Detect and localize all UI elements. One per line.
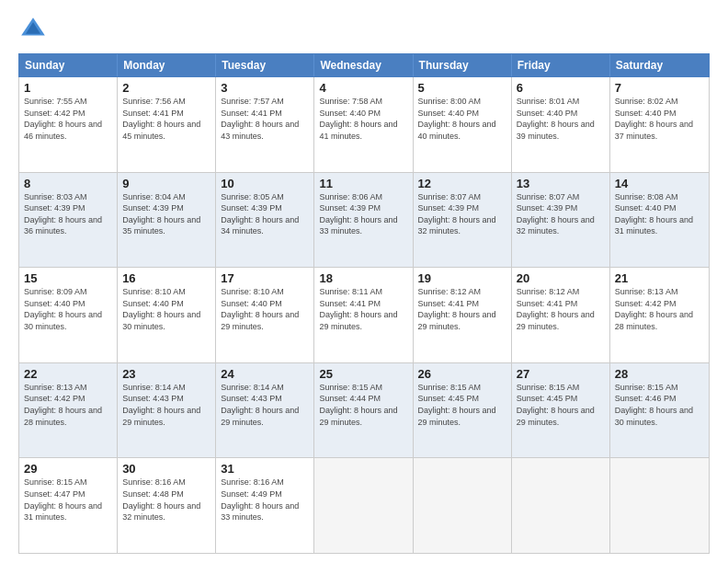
calendar-cell: 19 Sunrise: 8:12 AMSunset: 4:41 PMDaylig… xyxy=(414,268,512,362)
calendar-cell: 13 Sunrise: 8:07 AMSunset: 4:39 PMDaylig… xyxy=(512,173,610,268)
cell-info: Sunrise: 8:03 AMSunset: 4:39 PMDaylight:… xyxy=(24,192,102,236)
cell-info: Sunrise: 8:14 AMSunset: 4:43 PMDaylight:… xyxy=(122,383,200,427)
cell-info: Sunrise: 8:06 AMSunset: 4:39 PMDaylight:… xyxy=(319,192,397,236)
cell-info: Sunrise: 7:55 AMSunset: 4:42 PMDaylight:… xyxy=(24,97,102,141)
day-number: 10 xyxy=(221,177,309,190)
cell-info: Sunrise: 8:01 AMSunset: 4:40 PMDaylight:… xyxy=(517,97,595,141)
day-number: 30 xyxy=(122,462,210,476)
cell-info: Sunrise: 8:07 AMSunset: 4:39 PMDaylight:… xyxy=(418,192,496,236)
day-number: 9 xyxy=(122,177,210,190)
day-number: 23 xyxy=(122,367,210,381)
cell-info: Sunrise: 8:10 AMSunset: 4:40 PMDaylight:… xyxy=(122,287,200,331)
day-number: 31 xyxy=(221,462,309,476)
calendar-cell: 27 Sunrise: 8:15 AMSunset: 4:45 PMDaylig… xyxy=(512,363,610,458)
day-number: 26 xyxy=(418,367,506,381)
calendar-row: 15 Sunrise: 8:09 AMSunset: 4:40 PMDaylig… xyxy=(19,268,709,363)
calendar-cell: 29 Sunrise: 8:15 AMSunset: 4:47 PMDaylig… xyxy=(19,458,118,553)
day-number: 11 xyxy=(319,177,407,190)
cell-info: Sunrise: 8:16 AMSunset: 4:49 PMDaylight:… xyxy=(221,477,299,522)
day-number: 24 xyxy=(221,367,309,381)
day-number: 20 xyxy=(517,271,605,285)
calendar: SundayMondayTuesdayWednesdayThursdayFrid… xyxy=(18,53,710,554)
calendar-header: SundayMondayTuesdayWednesdayThursdayFrid… xyxy=(18,53,710,77)
day-number: 7 xyxy=(615,81,704,95)
day-header: Sunday xyxy=(19,54,118,76)
calendar-cell: 23 Sunrise: 8:14 AMSunset: 4:43 PMDaylig… xyxy=(118,363,216,458)
day-number: 25 xyxy=(319,367,407,381)
day-header: Wednesday xyxy=(314,54,413,76)
calendar-cell: 10 Sunrise: 8:05 AMSunset: 4:39 PMDaylig… xyxy=(216,173,314,268)
cell-info: Sunrise: 8:02 AMSunset: 4:40 PMDaylight:… xyxy=(615,97,693,141)
day-number: 14 xyxy=(615,177,704,190)
cell-info: Sunrise: 8:15 AMSunset: 4:45 PMDaylight:… xyxy=(517,383,595,427)
day-header: Saturday xyxy=(610,54,709,76)
calendar-cell: 8 Sunrise: 8:03 AMSunset: 4:39 PMDayligh… xyxy=(19,173,118,268)
day-number: 27 xyxy=(517,367,605,381)
calendar-cell: 4 Sunrise: 7:58 AMSunset: 4:40 PMDayligh… xyxy=(314,77,413,172)
day-number: 6 xyxy=(517,81,605,95)
day-header: Thursday xyxy=(414,54,512,76)
calendar-cell: 22 Sunrise: 8:13 AMSunset: 4:42 PMDaylig… xyxy=(19,363,118,458)
calendar-cell: 16 Sunrise: 8:10 AMSunset: 4:40 PMDaylig… xyxy=(118,268,216,362)
header xyxy=(18,15,710,44)
calendar-cell: 7 Sunrise: 8:02 AMSunset: 4:40 PMDayligh… xyxy=(610,77,709,172)
day-header: Monday xyxy=(118,54,216,76)
day-number: 1 xyxy=(24,81,112,95)
day-number: 2 xyxy=(122,81,210,95)
calendar-cell xyxy=(314,458,413,553)
calendar-cell: 24 Sunrise: 8:14 AMSunset: 4:43 PMDaylig… xyxy=(216,363,314,458)
day-number: 28 xyxy=(615,367,704,381)
calendar-cell: 11 Sunrise: 8:06 AMSunset: 4:39 PMDaylig… xyxy=(314,173,413,268)
cell-info: Sunrise: 8:15 AMSunset: 4:44 PMDaylight:… xyxy=(319,383,397,427)
calendar-cell: 15 Sunrise: 8:09 AMSunset: 4:40 PMDaylig… xyxy=(19,268,118,362)
page: SundayMondayTuesdayWednesdayThursdayFrid… xyxy=(0,0,728,563)
day-number: 12 xyxy=(418,177,506,190)
cell-info: Sunrise: 7:58 AMSunset: 4:40 PMDaylight:… xyxy=(319,97,397,141)
calendar-row: 1 Sunrise: 7:55 AMSunset: 4:42 PMDayligh… xyxy=(19,77,709,173)
calendar-cell: 1 Sunrise: 7:55 AMSunset: 4:42 PMDayligh… xyxy=(19,77,118,172)
calendar-cell: 28 Sunrise: 8:15 AMSunset: 4:46 PMDaylig… xyxy=(610,363,709,458)
calendar-cell: 12 Sunrise: 8:07 AMSunset: 4:39 PMDaylig… xyxy=(414,173,512,268)
day-number: 22 xyxy=(24,367,112,381)
calendar-row: 8 Sunrise: 8:03 AMSunset: 4:39 PMDayligh… xyxy=(19,173,709,269)
day-number: 5 xyxy=(418,81,506,95)
calendar-cell: 30 Sunrise: 8:16 AMSunset: 4:48 PMDaylig… xyxy=(118,458,216,553)
cell-info: Sunrise: 7:56 AMSunset: 4:41 PMDaylight:… xyxy=(122,97,200,141)
cell-info: Sunrise: 8:10 AMSunset: 4:40 PMDaylight:… xyxy=(221,287,299,331)
cell-info: Sunrise: 8:13 AMSunset: 4:42 PMDaylight:… xyxy=(24,383,102,427)
cell-info: Sunrise: 8:16 AMSunset: 4:48 PMDaylight:… xyxy=(122,477,200,522)
cell-info: Sunrise: 8:14 AMSunset: 4:43 PMDaylight:… xyxy=(221,383,299,427)
day-number: 17 xyxy=(221,271,309,285)
calendar-cell: 18 Sunrise: 8:11 AMSunset: 4:41 PMDaylig… xyxy=(314,268,413,362)
day-number: 21 xyxy=(615,271,704,285)
cell-info: Sunrise: 8:07 AMSunset: 4:39 PMDaylight:… xyxy=(517,192,595,236)
calendar-row: 29 Sunrise: 8:15 AMSunset: 4:47 PMDaylig… xyxy=(19,458,709,553)
day-number: 13 xyxy=(517,177,605,190)
cell-info: Sunrise: 8:13 AMSunset: 4:42 PMDaylight:… xyxy=(615,287,693,331)
calendar-cell xyxy=(414,458,512,553)
cell-info: Sunrise: 8:15 AMSunset: 4:45 PMDaylight:… xyxy=(418,383,496,427)
day-header: Tuesday xyxy=(216,54,314,76)
day-number: 4 xyxy=(319,81,407,95)
calendar-cell: 9 Sunrise: 8:04 AMSunset: 4:39 PMDayligh… xyxy=(118,173,216,268)
calendar-cell: 21 Sunrise: 8:13 AMSunset: 4:42 PMDaylig… xyxy=(610,268,709,362)
calendar-cell: 17 Sunrise: 8:10 AMSunset: 4:40 PMDaylig… xyxy=(216,268,314,362)
logo xyxy=(18,15,51,44)
cell-info: Sunrise: 8:00 AMSunset: 4:40 PMDaylight:… xyxy=(418,97,496,141)
cell-info: Sunrise: 8:11 AMSunset: 4:41 PMDaylight:… xyxy=(319,287,397,331)
calendar-cell: 31 Sunrise: 8:16 AMSunset: 4:49 PMDaylig… xyxy=(216,458,314,553)
calendar-body: 1 Sunrise: 7:55 AMSunset: 4:42 PMDayligh… xyxy=(18,77,710,554)
day-header: Friday xyxy=(512,54,610,76)
cell-info: Sunrise: 8:09 AMSunset: 4:40 PMDaylight:… xyxy=(24,287,102,331)
logo-icon xyxy=(18,15,48,44)
calendar-cell: 14 Sunrise: 8:08 AMSunset: 4:40 PMDaylig… xyxy=(610,173,709,268)
day-number: 19 xyxy=(418,271,506,285)
calendar-cell: 25 Sunrise: 8:15 AMSunset: 4:44 PMDaylig… xyxy=(314,363,413,458)
calendar-cell xyxy=(512,458,610,553)
calendar-cell: 2 Sunrise: 7:56 AMSunset: 4:41 PMDayligh… xyxy=(118,77,216,172)
day-number: 3 xyxy=(221,81,309,95)
calendar-cell: 3 Sunrise: 7:57 AMSunset: 4:41 PMDayligh… xyxy=(216,77,314,172)
day-number: 18 xyxy=(319,271,407,285)
cell-info: Sunrise: 8:15 AMSunset: 4:47 PMDaylight:… xyxy=(24,477,102,522)
calendar-cell: 20 Sunrise: 8:12 AMSunset: 4:41 PMDaylig… xyxy=(512,268,610,362)
